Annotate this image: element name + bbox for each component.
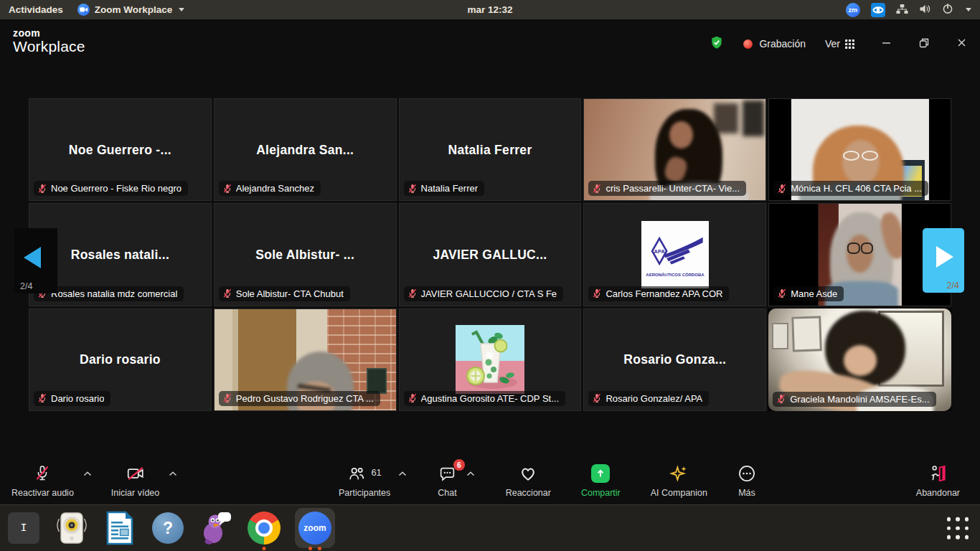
video-grid-stage: Noe Guerrero -... Noe Guerrero - Fiske R… xyxy=(0,98,980,411)
mojito-avatar-image xyxy=(456,325,524,394)
zoom-logo-text: zoom xyxy=(13,28,85,39)
participant-tile[interactable]: Mónica H. CFL 406 CTA Pcia ... xyxy=(768,98,951,201)
participant-label: Alejandra Sanchez xyxy=(219,181,321,196)
participant-label: JAVIER GALLUCCIO / CTA S Fe xyxy=(404,286,564,301)
video-off-icon xyxy=(126,464,145,483)
system-status-area[interactable]: zm xyxy=(846,3,980,17)
participant-label: Sole Albistur- CTA Chubut xyxy=(219,286,350,301)
activities-button[interactable]: Actividades xyxy=(9,4,63,15)
zoom-dock-icon: zoom xyxy=(298,512,331,545)
more-button[interactable]: Más xyxy=(738,464,756,498)
participant-label: Pedro Gustavo Rodriguez CTA ... xyxy=(219,391,380,406)
sparkle-icon xyxy=(669,464,688,483)
participant-tile[interactable]: JAVIER GALLUC... JAVIER GALLUCCIO / CTA … xyxy=(399,203,582,306)
recording-indicator[interactable]: Grabación xyxy=(743,38,806,50)
participant-label: Dario rosario xyxy=(34,391,110,406)
participant-label: cris Passarelli- Unter-CTA- Vie... xyxy=(588,181,746,196)
participants-caret[interactable] xyxy=(397,471,407,477)
terminal-icon: I xyxy=(8,512,39,544)
participants-count: 61 xyxy=(371,467,381,478)
participant-tile[interactable]: Sole Albistur- ... Sole Albistur- CTA Ch… xyxy=(214,203,397,306)
desktop: Actividades Zoom Workplace mar 12:32 zm xyxy=(0,0,980,551)
prev-page-button[interactable]: 2/4 xyxy=(14,228,57,293)
participant-tile[interactable]: Natalia Ferrer Natalia Ferrer xyxy=(399,98,582,201)
minimize-button[interactable] xyxy=(881,37,892,50)
show-apps-button[interactable] xyxy=(947,517,969,540)
mic-muted-icon xyxy=(34,464,51,483)
chat-badge: 6 xyxy=(453,459,465,471)
participant-tile[interactable]: Rosario Gonza... Rosario Gonzalez/ APA xyxy=(583,309,766,411)
network-icon xyxy=(896,4,908,17)
muted-mic-icon xyxy=(592,288,602,298)
dock-item-help[interactable]: ? xyxy=(151,511,185,545)
participant-tile[interactable]: cris Passarelli- Unter-CTA- Vie... xyxy=(583,98,766,201)
participant-tile[interactable]: Agustina Gorosito ATE- CDP St... xyxy=(399,309,582,411)
running-indicator xyxy=(308,547,321,550)
participant-name-center: Rosario Gonza... xyxy=(623,352,726,367)
participant-label: Carlos Fernandez APA COR xyxy=(588,286,729,301)
share-screen-icon xyxy=(591,464,610,483)
participants-icon xyxy=(347,464,366,483)
dock-item-terminal[interactable]: I xyxy=(6,511,41,545)
page-indicator: 2/4 xyxy=(947,281,959,291)
dock-item-zoom[interactable]: zoom xyxy=(295,508,335,548)
arrow-left-icon xyxy=(24,247,41,268)
participant-label: Noe Guerrero - Fiske Rio negro xyxy=(34,181,188,196)
participant-name-center: JAVIER GALLUC... xyxy=(433,247,547,262)
apa-logo: APA AERONÁUTICOS CÓRDOBA xyxy=(641,221,709,288)
running-indicator xyxy=(263,547,266,550)
recording-label: Grabación xyxy=(759,38,806,50)
zoom-indicator-icon: zm xyxy=(846,3,860,17)
video-options-caret[interactable] xyxy=(168,471,178,477)
leave-meeting-icon xyxy=(928,464,947,483)
system-menu-caret-icon xyxy=(966,8,971,11)
muted-mic-icon xyxy=(777,288,787,298)
unmute-button[interactable]: Reactivar audio xyxy=(11,464,74,498)
share-button[interactable]: Compartir xyxy=(581,464,621,498)
participant-tile[interactable]: Pedro Gustavo Rodriguez CTA ... xyxy=(214,309,397,411)
next-page-button[interactable]: 2/4 xyxy=(923,228,964,293)
dock-item-chrome[interactable] xyxy=(247,511,281,545)
muted-mic-icon xyxy=(37,393,47,403)
meeting-toolbar: Reactivar audio Iniciar vídeo xyxy=(0,457,980,504)
view-button[interactable]: Ver xyxy=(825,38,854,50)
participant-tile[interactable]: Alejandra San... Alejandra Sanchez xyxy=(214,98,397,201)
dock-item-libreoffice-writer[interactable] xyxy=(103,511,137,545)
teamviewer-icon xyxy=(871,3,885,17)
clock[interactable]: mar 12:32 xyxy=(467,4,512,15)
app-menu[interactable]: Zoom Workplace xyxy=(77,4,185,16)
writer-document-icon xyxy=(105,511,135,545)
close-button[interactable] xyxy=(956,37,967,50)
taskbar: I xyxy=(0,504,980,551)
zoom-window: zoom Workplace Grabación Ver xyxy=(0,19,980,504)
svg-text:APA: APA xyxy=(654,248,665,255)
muted-mic-icon xyxy=(592,184,602,194)
participant-tile[interactable]: Noe Guerrero -... Noe Guerrero - Fiske R… xyxy=(29,98,212,201)
arrow-right-icon xyxy=(936,246,953,268)
participants-button[interactable]: 61 Participantes xyxy=(339,464,390,498)
help-icon: ? xyxy=(152,512,184,544)
leave-button[interactable]: Abandonar xyxy=(916,464,960,498)
start-video-button[interactable]: Iniciar vídeo xyxy=(111,464,159,498)
chat-button[interactable]: 6 Chat xyxy=(438,464,456,498)
muted-mic-icon xyxy=(592,393,602,403)
participant-name-center: Noe Guerrero -... xyxy=(69,142,171,157)
page-indicator: 2/4 xyxy=(20,281,32,291)
encryption-shield-icon[interactable] xyxy=(710,35,724,52)
recording-dot-icon xyxy=(743,39,753,49)
participant-tile[interactable]: Dario rosario Dario rosario xyxy=(29,309,212,411)
participant-name-center: Sole Albistur- ... xyxy=(255,247,354,262)
chevron-down-icon xyxy=(179,8,184,11)
pidgin-icon xyxy=(200,512,232,545)
ai-companion-button[interactable]: AI Companion xyxy=(651,464,707,498)
participant-tile[interactable]: APA AERONÁUTICOS CÓRDOBA Carlos Fernande… xyxy=(583,203,766,306)
participant-tile[interactable]: Graciela Mandolini AMSAFE-Es... xyxy=(768,309,951,411)
chat-caret[interactable] xyxy=(466,471,476,477)
dock-item-audio-player[interactable] xyxy=(55,511,89,545)
react-button[interactable]: Reaccionar xyxy=(506,464,551,498)
restore-button[interactable] xyxy=(919,38,929,50)
audio-options-caret[interactable] xyxy=(83,471,93,477)
grid-view-icon xyxy=(845,39,854,49)
dock-item-pidgin[interactable] xyxy=(199,511,233,545)
muted-mic-icon xyxy=(407,393,418,403)
